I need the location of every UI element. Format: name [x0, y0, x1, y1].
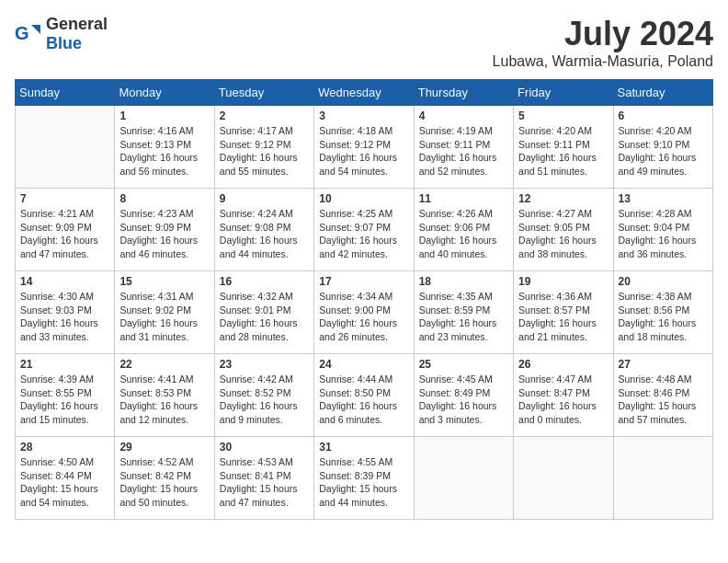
- calendar-cell: 1Sunrise: 4:16 AM Sunset: 9:13 PM Daylig…: [115, 106, 214, 189]
- day-info: Sunrise: 4:27 AM Sunset: 9:05 PM Dayligh…: [518, 207, 608, 261]
- calendar-cell: 21Sunrise: 4:39 AM Sunset: 8:55 PM Dayli…: [16, 354, 115, 437]
- day-number: 25: [419, 358, 508, 371]
- day-info: Sunrise: 4:53 AM Sunset: 8:41 PM Dayligh…: [220, 455, 309, 510]
- day-number: 30: [220, 441, 309, 454]
- day-number: 14: [20, 275, 109, 288]
- day-info: Sunrise: 4:31 AM Sunset: 9:02 PM Dayligh…: [119, 290, 209, 344]
- calendar-cell: 19Sunrise: 4:36 AM Sunset: 8:57 PM Dayli…: [514, 271, 613, 354]
- day-number: 17: [319, 275, 408, 288]
- weekday-header: Monday: [115, 80, 214, 106]
- day-number: 20: [619, 275, 708, 288]
- calendar-week-row: 28Sunrise: 4:50 AM Sunset: 8:44 PM Dayli…: [16, 437, 713, 520]
- day-info: Sunrise: 4:21 AM Sunset: 9:09 PM Dayligh…: [20, 207, 109, 261]
- day-info: Sunrise: 4:39 AM Sunset: 8:55 PM Dayligh…: [20, 373, 109, 427]
- month-year: July 2024: [493, 15, 713, 53]
- day-number: 5: [518, 109, 608, 122]
- day-number: 10: [319, 192, 408, 205]
- calendar-cell: [414, 437, 513, 520]
- logo-icon: G: [15, 21, 40, 47]
- calendar-cell: 27Sunrise: 4:48 AM Sunset: 8:46 PM Dayli…: [613, 354, 712, 437]
- day-number: 7: [20, 192, 109, 205]
- day-info: Sunrise: 4:26 AM Sunset: 9:06 PM Dayligh…: [419, 207, 508, 261]
- logo: G General Blue: [15, 15, 108, 53]
- calendar-cell: 2Sunrise: 4:17 AM Sunset: 9:12 PM Daylig…: [214, 106, 313, 189]
- calendar-cell: 15Sunrise: 4:31 AM Sunset: 9:02 PM Dayli…: [115, 271, 214, 354]
- day-info: Sunrise: 4:36 AM Sunset: 8:57 PM Dayligh…: [518, 290, 608, 344]
- day-info: Sunrise: 4:55 AM Sunset: 8:39 PM Dayligh…: [319, 455, 408, 510]
- calendar-cell: 18Sunrise: 4:35 AM Sunset: 8:59 PM Dayli…: [414, 271, 513, 354]
- calendar: SundayMondayTuesdayWednesdayThursdayFrid…: [15, 79, 713, 520]
- day-info: Sunrise: 4:28 AM Sunset: 9:04 PM Dayligh…: [619, 207, 708, 261]
- calendar-cell: 10Sunrise: 4:25 AM Sunset: 9:07 PM Dayli…: [314, 189, 414, 271]
- day-number: 31: [319, 441, 408, 454]
- calendar-cell: 5Sunrise: 4:20 AM Sunset: 9:11 PM Daylig…: [514, 106, 613, 189]
- weekday-header: Friday: [514, 80, 613, 106]
- logo-text: General Blue: [46, 15, 108, 53]
- weekday-header-row: SundayMondayTuesdayWednesdayThursdayFrid…: [16, 80, 713, 106]
- calendar-cell: 11Sunrise: 4:26 AM Sunset: 9:06 PM Dayli…: [414, 189, 513, 271]
- day-info: Sunrise: 4:19 AM Sunset: 9:11 PM Dayligh…: [419, 124, 508, 178]
- day-number: 28: [20, 441, 109, 454]
- header: G General Blue July 2024 Lubawa, Warmia-…: [15, 15, 713, 70]
- day-number: 13: [619, 192, 708, 205]
- logo-blue: Blue: [46, 34, 82, 52]
- title-area: July 2024 Lubawa, Warmia-Masuria, Poland: [493, 15, 713, 70]
- location: Lubawa, Warmia-Masuria, Poland: [493, 53, 713, 70]
- day-info: Sunrise: 4:24 AM Sunset: 9:08 PM Dayligh…: [220, 207, 309, 261]
- day-number: 29: [119, 441, 209, 454]
- day-info: Sunrise: 4:35 AM Sunset: 8:59 PM Dayligh…: [419, 290, 508, 344]
- day-info: Sunrise: 4:20 AM Sunset: 9:11 PM Dayligh…: [518, 124, 608, 178]
- day-number: 23: [220, 358, 309, 371]
- day-info: Sunrise: 4:44 AM Sunset: 8:50 PM Dayligh…: [319, 373, 408, 427]
- calendar-cell: 28Sunrise: 4:50 AM Sunset: 8:44 PM Dayli…: [16, 437, 115, 520]
- day-number: 3: [319, 109, 408, 122]
- day-number: 15: [119, 275, 209, 288]
- calendar-cell: 8Sunrise: 4:23 AM Sunset: 9:09 PM Daylig…: [115, 189, 214, 271]
- calendar-cell: 3Sunrise: 4:18 AM Sunset: 9:12 PM Daylig…: [314, 106, 414, 189]
- day-info: Sunrise: 4:16 AM Sunset: 9:13 PM Dayligh…: [119, 124, 209, 178]
- calendar-header: SundayMondayTuesdayWednesdayThursdayFrid…: [16, 80, 713, 106]
- calendar-cell: 7Sunrise: 4:21 AM Sunset: 9:09 PM Daylig…: [16, 189, 115, 271]
- calendar-cell: 13Sunrise: 4:28 AM Sunset: 9:04 PM Dayli…: [613, 189, 712, 271]
- calendar-body: 1Sunrise: 4:16 AM Sunset: 9:13 PM Daylig…: [16, 106, 713, 520]
- calendar-cell: 31Sunrise: 4:55 AM Sunset: 8:39 PM Dayli…: [314, 437, 414, 520]
- calendar-cell: [514, 437, 613, 520]
- day-number: 11: [419, 192, 508, 205]
- day-number: 26: [518, 358, 608, 371]
- calendar-cell: 9Sunrise: 4:24 AM Sunset: 9:08 PM Daylig…: [214, 189, 313, 271]
- calendar-week-row: 1Sunrise: 4:16 AM Sunset: 9:13 PM Daylig…: [16, 106, 713, 189]
- weekday-header: Tuesday: [214, 80, 313, 106]
- day-number: 9: [220, 192, 309, 205]
- calendar-week-row: 14Sunrise: 4:30 AM Sunset: 9:03 PM Dayli…: [16, 271, 713, 354]
- day-number: 18: [419, 275, 508, 288]
- day-info: Sunrise: 4:52 AM Sunset: 8:42 PM Dayligh…: [119, 455, 209, 510]
- day-info: Sunrise: 4:32 AM Sunset: 9:01 PM Dayligh…: [220, 290, 309, 344]
- day-info: Sunrise: 4:45 AM Sunset: 8:49 PM Dayligh…: [419, 373, 508, 427]
- day-info: Sunrise: 4:47 AM Sunset: 8:47 PM Dayligh…: [518, 373, 608, 427]
- calendar-cell: 4Sunrise: 4:19 AM Sunset: 9:11 PM Daylig…: [414, 106, 513, 189]
- day-number: 16: [220, 275, 309, 288]
- day-number: 24: [319, 358, 408, 371]
- day-number: 27: [619, 358, 708, 371]
- day-info: Sunrise: 4:30 AM Sunset: 9:03 PM Dayligh…: [20, 290, 109, 344]
- calendar-cell: [613, 437, 712, 520]
- weekday-header: Saturday: [613, 80, 712, 106]
- calendar-cell: [16, 106, 115, 189]
- day-info: Sunrise: 4:17 AM Sunset: 9:12 PM Dayligh…: [220, 124, 309, 178]
- weekday-header: Sunday: [16, 80, 115, 106]
- day-number: 1: [119, 109, 209, 122]
- calendar-cell: 16Sunrise: 4:32 AM Sunset: 9:01 PM Dayli…: [214, 271, 313, 354]
- day-number: 6: [619, 109, 708, 122]
- day-info: Sunrise: 4:20 AM Sunset: 9:10 PM Dayligh…: [619, 124, 708, 178]
- day-number: 2: [220, 109, 309, 122]
- calendar-cell: 12Sunrise: 4:27 AM Sunset: 9:05 PM Dayli…: [514, 189, 613, 271]
- calendar-cell: 6Sunrise: 4:20 AM Sunset: 9:10 PM Daylig…: [613, 106, 712, 189]
- calendar-cell: 26Sunrise: 4:47 AM Sunset: 8:47 PM Dayli…: [514, 354, 613, 437]
- calendar-cell: 23Sunrise: 4:42 AM Sunset: 8:52 PM Dayli…: [214, 354, 313, 437]
- day-number: 4: [419, 109, 508, 122]
- day-info: Sunrise: 4:18 AM Sunset: 9:12 PM Dayligh…: [319, 124, 408, 178]
- day-info: Sunrise: 4:42 AM Sunset: 8:52 PM Dayligh…: [220, 373, 309, 427]
- weekday-header: Wednesday: [314, 80, 414, 106]
- weekday-header: Thursday: [414, 80, 513, 106]
- day-info: Sunrise: 4:34 AM Sunset: 9:00 PM Dayligh…: [319, 290, 408, 344]
